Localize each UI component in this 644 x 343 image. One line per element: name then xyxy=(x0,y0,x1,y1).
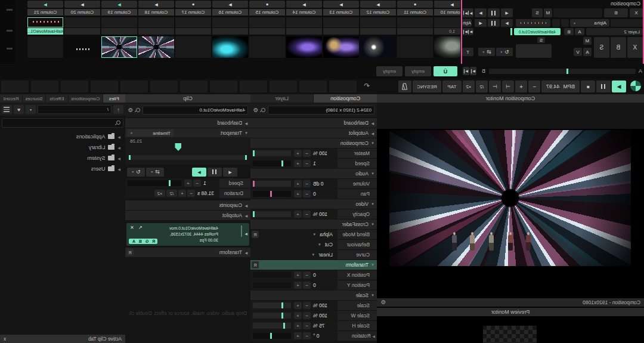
clip-play-backward-button[interactable]: ◀ xyxy=(223,168,237,177)
search-icon[interactable] xyxy=(261,108,265,113)
clip-slot-thumbnail[interactable] xyxy=(212,17,248,27)
column-trigger-button[interactable]: ▶ xyxy=(27,1,63,8)
param-value[interactable]: 1 xyxy=(202,180,219,186)
column-trigger-button[interactable]: ▶ xyxy=(212,1,248,8)
column-trigger-button[interactable]: ▶ xyxy=(323,1,359,8)
search-icon[interactable] xyxy=(135,108,140,113)
group-header-video[interactable]: ▼Video xyxy=(250,199,377,209)
clip-slot-name[interactable] xyxy=(212,28,248,35)
layer2-active-clip-name[interactable]: 4allHaveMovieO1ut.0 xyxy=(514,28,561,35)
tab-record[interactable]: Record xyxy=(0,94,22,103)
group-header-transform[interactable]: ▼TransformR xyxy=(250,260,377,270)
tree-item-applications[interactable]: ▶Applications xyxy=(0,131,125,142)
clip-bounce-dropdown[interactable]: ⇄▼ xyxy=(146,168,164,177)
clip-name-field[interactable]: 4allHaveMovieO1ut.0 xyxy=(143,106,248,115)
close-icon[interactable]: ✕ xyxy=(130,225,134,230)
clip-transform-section[interactable]: ▶TransformR xyxy=(125,248,250,257)
resync-button[interactable]: RESYNC xyxy=(413,81,441,92)
increment-button[interactable]: + xyxy=(294,332,302,339)
nudge-up-button[interactable]: ⊢ xyxy=(489,81,501,92)
decrement-button[interactable]: − xyxy=(303,332,311,339)
clip-slot-thumbnail[interactable] xyxy=(101,36,137,58)
layer2-play-backward-button[interactable]: ◀ xyxy=(475,19,487,27)
clip-slot-thumbnail[interactable] xyxy=(175,36,211,58)
param-value[interactable]: 0 ° xyxy=(311,333,338,339)
clip-slot-thumbnail[interactable] xyxy=(101,17,137,27)
increment-button[interactable]: + xyxy=(294,180,302,187)
metronome-button[interactable] xyxy=(398,81,411,92)
composition-play-forward-button[interactable]: ▶ xyxy=(475,8,487,17)
deck-tab-active[interactable]: Ü xyxy=(434,66,457,76)
beat-pie-icon[interactable] xyxy=(630,80,642,92)
clip-slot-name[interactable] xyxy=(101,28,137,35)
layer2-active-clip-thumbnail[interactable] xyxy=(516,19,550,27)
param-slider-scale-w[interactable] xyxy=(253,313,291,319)
composition-play-button[interactable]: ▶ xyxy=(612,81,626,92)
gear-icon[interactable]: ⚙ xyxy=(253,107,258,113)
out-point-marker[interactable] xyxy=(129,155,131,160)
undo-button[interactable]: ↶ xyxy=(364,82,370,90)
clip-loop-dropdown[interactable]: ↻▼ xyxy=(127,168,145,177)
list-view-button[interactable] xyxy=(2,105,12,114)
column-trigger-button[interactable]: ▶ xyxy=(286,1,322,8)
composition-solo-button[interactable]: S xyxy=(532,8,543,17)
clip-slot-thumbnail[interactable] xyxy=(286,17,322,27)
bpm-display[interactable]: BPM44.97 xyxy=(541,81,580,92)
param-value[interactable]: 100 % xyxy=(311,150,338,156)
clip-slot-name[interactable] xyxy=(64,28,100,35)
clip-slot-name[interactable] xyxy=(175,28,211,35)
increment-button[interactable]: + xyxy=(294,312,302,319)
column-name[interactable]: Column 19 xyxy=(101,9,137,16)
clip-dashboard-section[interactable]: ▶Dashboard xyxy=(125,118,250,128)
increment-button[interactable]: + xyxy=(294,282,302,289)
layer1-direction-dropdown[interactable]: ⇄▼ xyxy=(478,48,495,56)
layer1-solo-small-button[interactable]: S xyxy=(537,37,545,43)
decrement-button[interactable]: − xyxy=(303,190,311,197)
bpm-plus-button[interactable]: + xyxy=(515,81,527,92)
clip-slot-thumbnail[interactable] xyxy=(323,17,359,27)
column-name[interactable]: Column 12 xyxy=(360,9,396,16)
clip-timeline[interactable]: 21.26 xyxy=(125,137,250,165)
clip-slot-thumbnail[interactable] xyxy=(212,36,248,58)
search-input[interactable] xyxy=(2,118,123,128)
clip-slot-name[interactable] xyxy=(138,28,174,35)
tab-effects[interactable]: Effects xyxy=(46,94,68,103)
clip-slot-thumbnail[interactable] xyxy=(64,17,100,27)
select-value-blend-mode[interactable]: Alpha▼ xyxy=(259,231,338,237)
layer2-skip-buttons[interactable]: ▶▶ xyxy=(462,28,473,35)
param-value[interactable]: 100 % xyxy=(311,302,338,308)
timeline-track[interactable] xyxy=(129,155,247,160)
speed-slider[interactable] xyxy=(128,180,181,186)
layer2-name[interactable]: Layer 2 xyxy=(586,28,643,35)
layer1-loop-mode-dropdown[interactable]: ↻▼ xyxy=(496,48,513,56)
param-value[interactable]: 100 % xyxy=(311,313,338,319)
composition-pause-button[interactable] xyxy=(596,81,611,92)
composition-pause-button[interactable] xyxy=(488,8,500,17)
param-slider-speed[interactable] xyxy=(253,160,291,166)
composition-name-field[interactable]: 0324-2 (1920 x 1080) xyxy=(268,106,374,115)
decrement-button[interactable]: − xyxy=(303,302,311,309)
clip-slot-thumbnail[interactable] xyxy=(434,17,460,27)
active-clip-tab-bar[interactable]: Active Clip Tab x xyxy=(0,335,125,343)
tree-item-system[interactable]: ▶System xyxy=(0,153,125,163)
tab-layer[interactable]: Layer xyxy=(250,94,314,103)
param-value[interactable]: 75 % xyxy=(311,323,338,329)
gear-icon[interactable]: ⚙ xyxy=(128,107,133,113)
disclosure-icon[interactable]: ▶ xyxy=(117,135,120,139)
param-value[interactable]: 0 xyxy=(311,272,338,278)
select-value-curve[interactable]: Linear▼ xyxy=(250,252,338,258)
clip-slot-name[interactable] xyxy=(360,28,396,35)
column-trigger-button[interactable]: ▶ xyxy=(360,1,396,8)
decrement-button[interactable]: − xyxy=(303,282,311,289)
column-trigger-button[interactable]: ■ xyxy=(175,1,211,8)
column-trigger-button[interactable]: ▶ xyxy=(434,1,460,8)
column-trigger-button[interactable]: ▶ xyxy=(101,1,137,8)
decrement-button[interactable]: − xyxy=(303,271,311,279)
param-value[interactable]: 0 xyxy=(311,282,338,288)
column-name[interactable]: Column 21 xyxy=(27,9,63,16)
increment-button[interactable]: + xyxy=(294,150,302,157)
decrement-button[interactable]: − xyxy=(187,190,195,197)
bpm-double-button[interactable]: ×2 xyxy=(463,81,475,92)
param-slider-rotation[interactable] xyxy=(253,333,291,339)
composition-fader[interactable] xyxy=(553,8,602,17)
